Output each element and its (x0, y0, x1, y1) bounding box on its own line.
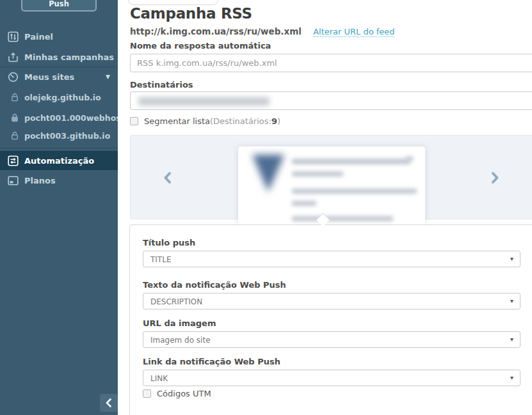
feed-url: http://k.img.com.ua/rss/ru/web.xml (130, 26, 302, 36)
blurred-text-line (292, 201, 316, 206)
utm-codes-row: Códigos UTM (143, 389, 211, 398)
segment-count: 9 (271, 116, 277, 126)
recipients-label: Destinatários (130, 80, 193, 90)
sidebar-site-olejekg[interactable]: olejekg.github.io (0, 88, 118, 106)
sidebar-item-minhas-campanhas[interactable]: Minhas campanhas (0, 47, 118, 67)
push-title-select[interactable]: TITLE ▾ (143, 251, 520, 267)
segment-list-label: Segmentar lista (144, 116, 210, 126)
segment-list-checkbox[interactable] (130, 117, 138, 125)
sidebar-item-label: Minhas campanhas (24, 52, 114, 62)
sidebar-item-planos[interactable]: Planos (0, 171, 118, 190)
notification-preview-panel (130, 135, 532, 219)
push-text-label: Texto da notificação Web Push (143, 280, 286, 290)
page-title: Campanha RSS (130, 5, 252, 22)
chevron-down-icon: ▼ (106, 74, 110, 80)
carousel-prev-button[interactable] (163, 171, 173, 184)
push-title-value: TITLE (150, 255, 171, 264)
blurred-text-line (292, 189, 417, 194)
feed-url-row: http://k.img.com.ua/rss/ru/web.xml Alter… (130, 26, 395, 36)
campaigns-icon (8, 52, 19, 63)
sidebar-item-painel[interactable]: Painel (0, 27, 118, 46)
push-message-form: Título push TITLE ▾ Texto da notificação… (129, 224, 532, 415)
sites-icon (8, 72, 19, 82)
segment-hint-open: (Destinatários: (210, 116, 271, 126)
top-tab-pill[interactable] (128, 0, 218, 5)
push-title-label: Título push (143, 238, 195, 247)
sidebar-site-pocht003[interactable]: pocht003.github.io (0, 127, 118, 145)
sidebar-item-label: Planos (24, 176, 56, 185)
chevron-left-icon (106, 398, 112, 407)
push-link-select[interactable]: LINK ▾ (143, 370, 520, 386)
select-caret-icon: ▾ (510, 255, 513, 262)
sidebar-item-automatizacao[interactable]: Automatização (0, 151, 118, 170)
segment-hint-close: ) (277, 116, 280, 126)
select-caret-icon: ▾ (510, 297, 513, 304)
automation-icon (8, 155, 19, 166)
notification-preview-card (238, 146, 425, 226)
push-link-label: Link da notificação Web Push (143, 357, 280, 366)
select-caret-icon: ▾ (510, 374, 513, 381)
blurred-close-icon (406, 157, 414, 161)
blurred-text-line (292, 171, 343, 176)
autoresponder-name-label: Nome da resposta automática (130, 41, 271, 51)
utm-codes-checkbox[interactable] (143, 389, 151, 398)
push-campaign-button[interactable]: Push (21, 0, 97, 12)
push-image-value: Imagem do site (150, 336, 211, 345)
app-window: Push Painel Minhas campanhas Meus sites … (0, 0, 532, 415)
dashboard-icon (8, 31, 19, 42)
push-image-label: URL da imagem (143, 318, 216, 328)
push-text-value: DESCRIPTION (150, 297, 202, 306)
lock-icon (11, 93, 19, 102)
push-campaign-button-label: Push (49, 0, 69, 8)
sidebar-site-pocht001[interactable]: pocht001.000webhostapp.c (0, 109, 118, 127)
recipients-select[interactable]: ▼ (130, 91, 532, 110)
change-feed-url-link[interactable]: Alterar URL do feed (313, 27, 394, 37)
blurred-selected-value (138, 97, 270, 106)
segment-list-row: Segmentar lista (Destinatários: 9) (130, 116, 280, 126)
lock-icon (11, 114, 19, 122)
blurred-text-line (292, 159, 410, 164)
main-content: Campanha RSS http://k.img.com.ua/rss/ru/… (118, 0, 532, 415)
sidebar-item-label: Painel (24, 32, 53, 42)
sidebar-item-label: Automatização (24, 156, 94, 166)
sidebar-item-label: Meus sites (24, 72, 74, 82)
utm-codes-label: Códigos UTM (157, 389, 211, 398)
sidebar-site-label: olejekg.github.io (24, 93, 101, 102)
lock-icon (11, 132, 19, 140)
sidebar-divider (0, 148, 118, 148)
sidebar-collapse-button[interactable] (100, 394, 118, 412)
autoresponder-name-input[interactable] (130, 54, 532, 72)
select-caret-icon: ▾ (510, 336, 513, 343)
sidebar: Push Painel Minhas campanhas Meus sites … (0, 0, 118, 415)
carousel-next-button[interactable] (490, 171, 501, 184)
sidebar-site-label: pocht001.000webhostapp.c (24, 113, 118, 123)
sidebar-site-label: pocht003.github.io (24, 131, 110, 141)
blurred-text-line (292, 216, 393, 221)
sidebar-item-meus-sites[interactable]: Meus sites ▼ (0, 67, 118, 86)
push-link-value: LINK (150, 374, 168, 383)
push-text-select[interactable]: DESCRIPTION ▾ (143, 293, 520, 309)
push-image-select[interactable]: Imagem do site ▾ (143, 331, 520, 348)
blurred-site-logo (252, 155, 284, 192)
plans-icon (8, 175, 19, 186)
